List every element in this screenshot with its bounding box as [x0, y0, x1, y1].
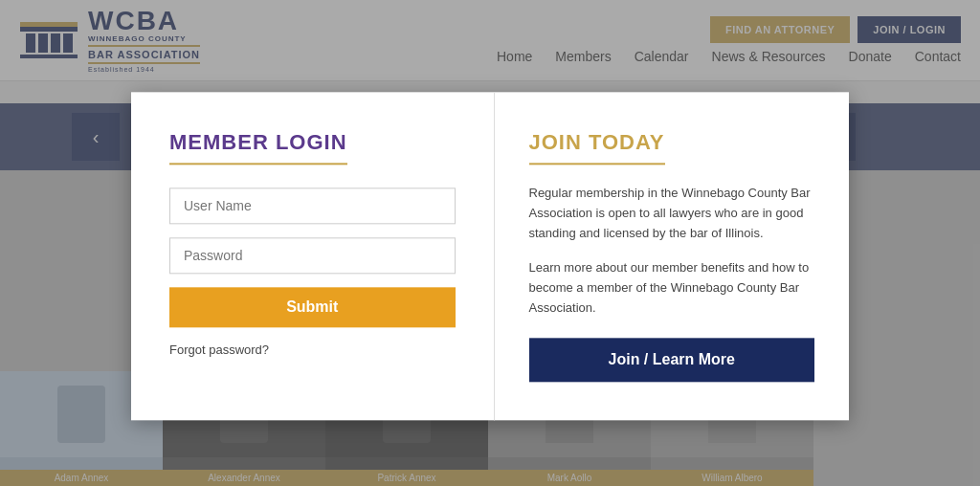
join-learn-more-button[interactable]: Join / Learn More	[529, 338, 815, 382]
forgot-password-link[interactable]: Forgot password?	[169, 342, 269, 357]
join-paragraph-1: Regular membership in the Winnebago Coun…	[529, 184, 815, 243]
join-today-panel: JOIN TODAY Regular membership in the Win…	[495, 92, 850, 420]
username-group	[169, 188, 456, 224]
password-input[interactable]	[169, 237, 456, 274]
join-today-title: JOIN TODAY	[529, 130, 665, 165]
password-group	[169, 237, 456, 274]
submit-button[interactable]: Submit	[169, 287, 456, 327]
login-modal: MEMBER LOGIN Submit Forgot password? JOI…	[131, 92, 849, 420]
member-login-title: MEMBER LOGIN	[169, 130, 347, 165]
member-login-panel: MEMBER LOGIN Submit Forgot password?	[131, 92, 495, 420]
username-input[interactable]	[169, 188, 456, 224]
join-paragraph-2: Learn more about our member benefits and…	[529, 259, 815, 319]
